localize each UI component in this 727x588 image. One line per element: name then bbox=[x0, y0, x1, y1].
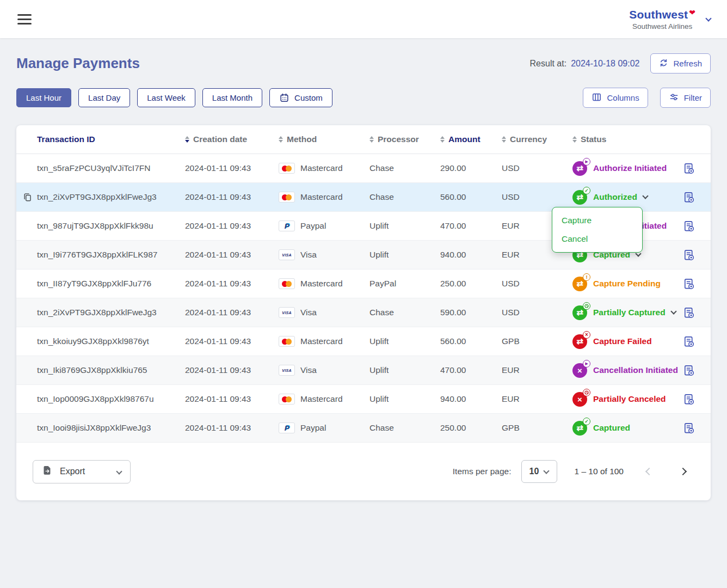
column-header-transaction-id[interactable]: Transaction ID bbox=[16, 134, 185, 144]
columns-button[interactable]: Columns bbox=[583, 88, 648, 108]
status-badge-play: ▶ bbox=[583, 158, 590, 166]
view-details-button[interactable] bbox=[681, 363, 696, 378]
table-row[interactable]: txn_Iooi98jisiJX8ppXklFweJg32024-01-11 0… bbox=[16, 414, 711, 443]
amount-value: 560.00 bbox=[440, 192, 466, 202]
method-cell: Mastercard bbox=[279, 163, 369, 174]
column-header-amount[interactable]: Amount bbox=[440, 134, 502, 144]
menu-button[interactable] bbox=[16, 12, 33, 27]
column-header-creation-date[interactable]: Creation date bbox=[185, 134, 279, 144]
filter-icon bbox=[669, 92, 679, 104]
creation-date-cell: 2024-01-11 09:43 bbox=[185, 308, 279, 317]
status-badge-clock bbox=[583, 389, 590, 396]
table-row[interactable]: txn_s5raFzPCU3yqlVJiTcI7FN2024-01-11 09:… bbox=[16, 154, 711, 183]
amount-value: 590.00 bbox=[440, 308, 466, 317]
view-details-button[interactable] bbox=[681, 248, 696, 262]
status-action-menu: CaptureCancel bbox=[552, 207, 643, 253]
view-details-button[interactable] bbox=[681, 305, 696, 320]
column-label: Processor bbox=[378, 134, 419, 144]
refresh-icon bbox=[659, 58, 668, 69]
mastercard-icon bbox=[279, 278, 295, 289]
chevron-right-icon bbox=[679, 468, 687, 475]
view-details-button[interactable] bbox=[681, 334, 696, 349]
processor-cell: Uplift bbox=[369, 250, 440, 260]
column-label: Amount bbox=[448, 134, 480, 144]
next-page-button[interactable] bbox=[677, 465, 689, 477]
currency-value: USD bbox=[502, 163, 520, 173]
amount-cell: 560.00 bbox=[440, 192, 502, 202]
time-filter-last-week[interactable]: Last Week bbox=[137, 88, 195, 107]
amount-value: 940.00 bbox=[440, 394, 466, 404]
column-header-processor[interactable]: Processor bbox=[369, 134, 440, 144]
status-label: Captured bbox=[593, 423, 630, 433]
columns-icon bbox=[592, 92, 602, 104]
processor-label: Chase bbox=[369, 163, 394, 173]
transaction-id-cell: txn_Iooi98jisiJX8ppXklFweJg3 bbox=[16, 423, 185, 433]
column-header-currency[interactable]: Currency bbox=[502, 134, 568, 144]
chevron-down-icon[interactable] bbox=[705, 15, 711, 21]
copy-icon[interactable] bbox=[22, 192, 33, 203]
menu-item-capture[interactable]: Capture bbox=[552, 211, 642, 230]
method-cell: Mastercard bbox=[279, 394, 369, 405]
view-details-button[interactable] bbox=[681, 421, 696, 436]
filter-button[interactable]: Filter bbox=[660, 88, 711, 108]
chevron-down-icon[interactable] bbox=[642, 193, 648, 199]
time-filter-custom[interactable]: Custom bbox=[269, 88, 332, 107]
view-details-button[interactable] bbox=[681, 161, 696, 176]
table-row[interactable]: txn_2iXvPT9GJX8ppXklFweJg32024-01-11 09:… bbox=[16, 298, 711, 327]
transaction-id-cell: txn_2iXvPT9GJX8ppXklFweJg3 bbox=[16, 192, 185, 203]
chevron-down-icon[interactable] bbox=[670, 308, 676, 314]
table-row[interactable]: txn_Iop0009GJX8ppXkl98767u2024-01-11 09:… bbox=[16, 385, 711, 414]
currency-value: EUR bbox=[502, 365, 520, 375]
column-header-status[interactable]: Status bbox=[568, 134, 681, 144]
method-cell: Mastercard bbox=[279, 336, 369, 347]
menu-item-cancel[interactable]: Cancel bbox=[552, 230, 642, 248]
table-row[interactable]: txn_kkoiuy9GJX8ppXkl9876yt2024-01-11 09:… bbox=[16, 327, 711, 356]
account-switcher[interactable]: Southwest ❤ Southwest Airlines bbox=[629, 8, 711, 30]
view-details-button[interactable] bbox=[681, 277, 696, 291]
status-cell: ⇄▶Authorize Initiated bbox=[568, 161, 681, 176]
column-label: Method bbox=[287, 134, 317, 144]
method-label: Mastercard bbox=[300, 394, 343, 404]
status-cell[interactable]: ⇄Partially Captured bbox=[568, 305, 681, 320]
status-capture-pending-icon: ⇄! bbox=[572, 277, 587, 291]
processor-label: PayPal bbox=[369, 279, 396, 289]
previous-page-button[interactable] bbox=[643, 465, 655, 477]
currency-value: EUR bbox=[502, 250, 520, 260]
processor-cell: Uplift bbox=[369, 365, 440, 375]
view-details-button[interactable] bbox=[681, 219, 696, 234]
currency-value: EUR bbox=[502, 394, 520, 404]
actions-cell bbox=[681, 161, 711, 176]
processor-cell: Uplift bbox=[369, 221, 440, 231]
time-filter-last-day[interactable]: Last Day bbox=[78, 88, 130, 107]
time-filter-last-month[interactable]: Last Month bbox=[202, 88, 262, 107]
processor-label: Uplift bbox=[369, 365, 389, 375]
status-cell: ⇄×Capture Failed bbox=[568, 334, 681, 349]
result-at-timestamp: 2024-10-18 09:02 bbox=[571, 59, 639, 69]
items-per-page-select[interactable]: 10 bbox=[521, 460, 557, 483]
view-details-button[interactable] bbox=[681, 392, 696, 407]
status-badge-play: ▶ bbox=[583, 360, 590, 367]
time-filter-label: Last Day bbox=[88, 93, 120, 102]
visa-icon: VISA bbox=[279, 249, 295, 260]
table-row[interactable]: txn_Iki8769GJX8ppXklkiu7652024-01-11 09:… bbox=[16, 356, 711, 385]
chevron-down-icon bbox=[116, 468, 122, 474]
sort-icon bbox=[440, 136, 445, 143]
time-filter-last-hour[interactable]: Last Hour bbox=[16, 88, 71, 107]
table-row[interactable]: txn_II87yT9GJX8ppXklFJu7762024-01-11 09:… bbox=[16, 270, 711, 298]
creation-date: 2024-01-11 09:43 bbox=[185, 163, 251, 173]
column-header-method[interactable]: Method bbox=[279, 134, 369, 144]
export-button[interactable]: Export bbox=[33, 460, 131, 483]
status-cell[interactable]: ⇄✓Authorized bbox=[568, 190, 681, 205]
creation-date: 2024-01-11 09:43 bbox=[185, 250, 251, 260]
view-details-button[interactable] bbox=[681, 190, 696, 205]
table-footer: Export Items per page: 10 1 – 10 of 100 bbox=[16, 443, 711, 500]
status-cancellation-initiated-icon: ×▶ bbox=[572, 363, 587, 378]
page-content: Manage Payments Result at: 2024-10-18 09… bbox=[0, 53, 727, 500]
mastercard-icon bbox=[279, 163, 295, 174]
paypal-icon: P bbox=[279, 220, 295, 231]
amount-cell: 290.00 bbox=[440, 163, 502, 173]
refresh-button[interactable]: Refresh bbox=[650, 53, 711, 74]
currency-cell: GPB bbox=[502, 336, 568, 346]
creation-date-cell: 2024-01-11 09:43 bbox=[185, 221, 279, 231]
amount-value: 250.00 bbox=[440, 279, 466, 289]
